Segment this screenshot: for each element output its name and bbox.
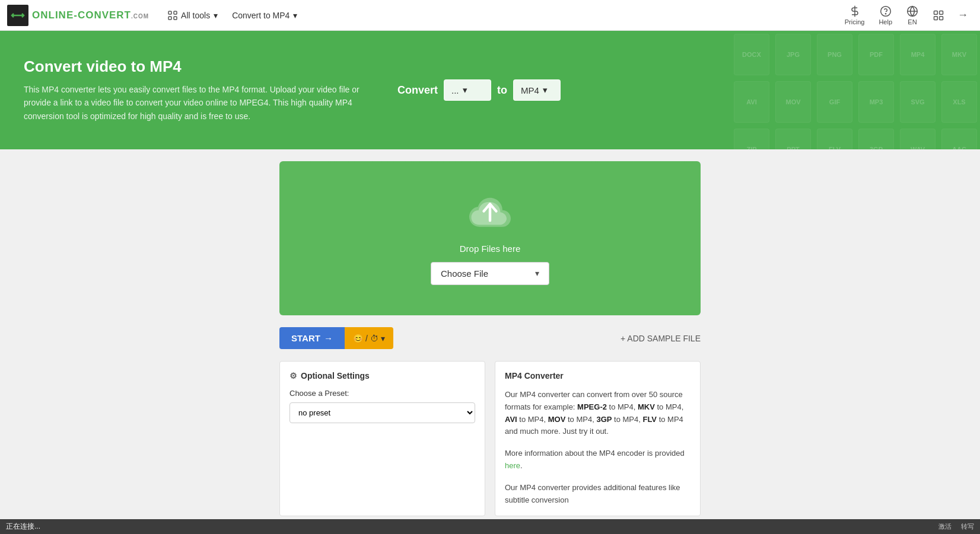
- info-paragraph-3: Our MP4 converter provides additional fe…: [505, 482, 691, 507]
- hero-content: Convert video to MP4 This MP4 converter …: [24, 57, 380, 123]
- info-paragraph-2: More information about the MP4 encoder i…: [505, 447, 691, 472]
- two-col-panels: ⚙ Optional Settings Choose a Preset: no …: [279, 361, 701, 516]
- convert-label: Convert: [397, 84, 438, 97]
- info-paragraph-1: Our MP4 converter can convert from over …: [505, 389, 691, 438]
- drop-files-text: Drop Files here: [460, 244, 521, 254]
- logo-icon: [7, 5, 28, 26]
- convert-to-value: MP4: [521, 85, 539, 95]
- bg-file-icon: PPT: [775, 129, 811, 149]
- convert-to-label: Convert to MP4: [232, 11, 289, 20]
- account-button[interactable]: [927, 7, 950, 24]
- bg-file-icon: FLV: [817, 129, 852, 149]
- all-tools-label: All tools: [181, 11, 210, 20]
- hero-banner: Convert video to MP4 This MP4 converter …: [0, 31, 980, 149]
- preset-label: Choose a Preset:: [289, 389, 475, 398]
- convert-from-caret: ▾: [463, 85, 467, 95]
- add-sample-label: + ADD SAMPLE FILE: [621, 334, 701, 343]
- choose-file-button[interactable]: Choose File ▾: [431, 262, 549, 285]
- hero-convert-controls: Convert ... ▾ to MP4 ▾: [397, 79, 561, 101]
- upload-cloud-icon: [469, 192, 511, 235]
- choose-file-caret: ▾: [535, 268, 539, 278]
- help-label: Help: [879, 18, 892, 25]
- svg-rect-13: [934, 16, 938, 20]
- settings-panel-title: ⚙ Optional Settings: [289, 371, 475, 380]
- convert-to-caret: ▾: [543, 85, 548, 95]
- status-bar: 正在连接... 激活转写: [0, 519, 980, 528]
- bg-file-icon: XLS: [941, 81, 977, 123]
- bg-file-icon: GIF: [817, 81, 852, 123]
- status-right-item: 转写: [961, 522, 974, 528]
- info-panel-title: MP4 Converter: [505, 371, 691, 380]
- here-link[interactable]: here: [505, 461, 520, 470]
- status-right-item: 激活: [938, 522, 952, 528]
- bg-file-icon: PNG: [817, 34, 852, 75]
- hero-title: Convert video to MP4: [24, 57, 380, 76]
- bg-file-icon: ZIP: [734, 129, 769, 149]
- nav-arrow-button[interactable]: →: [953, 7, 973, 24]
- all-tools-caret: ▾: [214, 11, 218, 20]
- bg-file-icon: AAC: [941, 129, 977, 149]
- status-left: 正在连接...: [6, 522, 40, 528]
- svg-rect-1: [168, 11, 171, 14]
- bg-file-icon: SVG: [900, 81, 936, 123]
- bg-file-icon: PDF: [858, 34, 894, 75]
- bg-file-icon: MKV: [941, 34, 977, 75]
- bg-file-icon: AVI: [734, 81, 769, 123]
- header-right: Pricing Help EN: [839, 3, 973, 28]
- convert-to-dropdown[interactable]: MP4 ▾: [513, 79, 561, 101]
- bg-file-icon: MP4: [900, 34, 936, 75]
- all-tools-button[interactable]: All tools ▾: [161, 7, 225, 24]
- upload-container: Drop Files here Choose File ▾: [279, 161, 701, 315]
- upload-dropzone[interactable]: Drop Files here Choose File ▾: [279, 161, 701, 315]
- action-bar: START → 😊 / ⏱ ▾ + ADD SAMPLE FILE: [279, 327, 701, 349]
- bg-file-icon: 3GP: [858, 129, 894, 149]
- convert-to-caret: ▾: [293, 11, 297, 20]
- language-button[interactable]: EN: [901, 3, 924, 28]
- svg-rect-12: [940, 16, 943, 20]
- info-panel: MP4 Converter Our MP4 converter can conv…: [495, 361, 701, 516]
- preset-select[interactable]: no presetHigh QualityMedium QualityLow Q…: [289, 402, 475, 423]
- start-arrow: →: [324, 333, 333, 343]
- pricing-button[interactable]: Pricing: [839, 3, 871, 28]
- svg-rect-3: [168, 17, 171, 20]
- choose-file-label: Choose File: [441, 268, 488, 279]
- status-connecting-text: 正在连接...: [6, 522, 40, 528]
- start-label: START: [291, 333, 320, 343]
- convert-from-value: ...: [451, 85, 459, 95]
- gear-icon: ⚙: [289, 371, 297, 380]
- hero-bg-icons: DOCXJPGPNGPDFMP4MKVAVIMOVGIFMP3SVGXLSZIP…: [731, 31, 980, 149]
- svg-rect-4: [174, 17, 177, 20]
- options-label: / ⏱: [365, 334, 378, 343]
- header: ONLINE-CONVERT.COM All tools ▾ Convert t…: [0, 0, 980, 31]
- add-sample-button[interactable]: + ADD SAMPLE FILE: [621, 334, 701, 343]
- convert-from-dropdown[interactable]: ... ▾: [444, 79, 491, 101]
- settings-panel: ⚙ Optional Settings Choose a Preset: no …: [279, 361, 485, 516]
- start-button[interactable]: START →: [279, 327, 345, 349]
- options-button[interactable]: 😊 / ⏱ ▾: [345, 327, 393, 349]
- language-label: EN: [908, 18, 917, 25]
- convert-to-mp4-button[interactable]: Convert to MP4 ▾: [225, 7, 304, 24]
- pricing-label: Pricing: [845, 18, 865, 25]
- help-button[interactable]: Help: [873, 3, 898, 28]
- action-left: START → 😊 / ⏱ ▾: [279, 327, 393, 349]
- logo-text: ONLINE-CONVERT.COM: [32, 9, 149, 21]
- convert-to-label: to: [497, 84, 507, 97]
- bg-file-icon: MP3: [858, 81, 894, 123]
- svg-rect-10: [934, 11, 938, 14]
- bg-file-icon: WAV: [900, 129, 936, 149]
- hero-description: This MP4 converter lets you easily conve…: [24, 83, 380, 123]
- svg-rect-2: [174, 11, 177, 14]
- svg-point-6: [880, 6, 890, 16]
- svg-rect-11: [940, 11, 943, 14]
- bg-file-icon: JPG: [775, 34, 811, 75]
- options-icon: 😊: [353, 334, 363, 343]
- main-content: Drop Files here Choose File ▾ START → 😊 …: [0, 149, 980, 528]
- bg-file-icon: MOV: [775, 81, 811, 123]
- status-right: 激活转写: [938, 522, 974, 528]
- options-caret: ▾: [381, 334, 385, 343]
- bg-file-icon: DOCX: [734, 34, 769, 75]
- logo: ONLINE-CONVERT.COM: [7, 5, 149, 26]
